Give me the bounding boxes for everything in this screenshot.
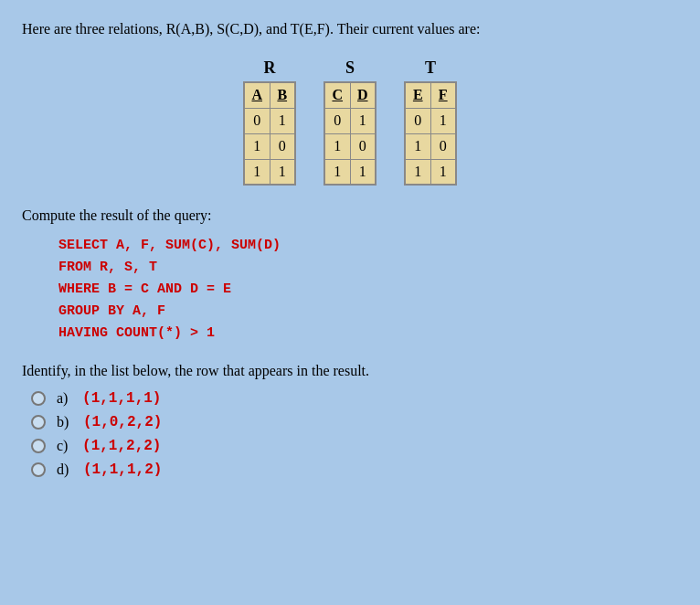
t-row2-f: 0: [430, 133, 456, 159]
sql-line4: GROUP BY A, F: [58, 301, 678, 323]
option-c-value: (1,1,2,2): [73, 438, 161, 454]
r-row3-b: 1: [270, 159, 295, 185]
t-row2-e: 1: [405, 133, 430, 159]
sql-block: SELECT A, F, SUM(C), SUM(D) FROM R, S, T…: [58, 235, 678, 345]
t-row1-e: 0: [405, 108, 430, 133]
radio-a[interactable]: [31, 391, 46, 406]
table-row: 0 1: [405, 108, 456, 133]
identify-text: Identify, in the list below, the row tha…: [22, 363, 678, 379]
table-row: 1 0: [405, 133, 456, 159]
t-col-e: E: [405, 82, 430, 108]
relation-s-label: S: [345, 58, 355, 78]
t-row3-f: 1: [430, 159, 456, 185]
option-d-letter: d): [57, 462, 69, 478]
s-row2-c: 1: [324, 133, 350, 159]
r-col-a: A: [244, 82, 270, 108]
table-row: 1 1: [324, 159, 376, 185]
relations-container: R A B 0 1 1 0 1 1: [22, 58, 678, 186]
relation-r-block: R A B 0 1 1 0 1 1: [243, 58, 296, 186]
table-row: 0 1: [324, 108, 376, 133]
t-row3-e: 1: [405, 159, 430, 185]
list-item: a) (1,1,1,1): [31, 390, 678, 407]
radio-b[interactable]: [31, 415, 46, 430]
compute-text: Compute the result of the query:: [22, 207, 678, 224]
r-col-b: B: [270, 82, 295, 108]
s-row3-c: 1: [324, 159, 350, 185]
table-row: 0 1: [244, 108, 295, 133]
radio-c[interactable]: [31, 439, 46, 453]
relation-r-table: A B 0 1 1 0 1 1: [243, 81, 296, 186]
table-row: 1 1: [244, 159, 295, 185]
s-row1-d: 1: [350, 108, 376, 133]
table-row: 1 1: [405, 159, 456, 185]
relation-t-block: T E F 0 1 1 0 1 1: [404, 58, 457, 186]
option-c-letter: c): [57, 438, 68, 454]
table-row: 1 0: [324, 133, 376, 159]
intro-text: Here are three relations, R(A,B), S(C,D)…: [22, 18, 678, 40]
sql-line2: FROM R, S, T: [58, 257, 678, 279]
table-row: 1 0: [244, 133, 295, 159]
radio-d[interactable]: [31, 462, 46, 477]
s-row3-d: 1: [350, 159, 376, 185]
option-b-letter: b): [57, 414, 69, 430]
r-row2-a: 1: [244, 133, 270, 159]
r-row1-a: 0: [244, 108, 270, 133]
sql-line5: HAVING COUNT(*) > 1: [58, 323, 678, 345]
r-row1-b: 1: [270, 108, 295, 133]
relation-s-block: S C D 0 1 1 0 1 1: [323, 58, 377, 186]
option-b-value: (1,0,2,2): [74, 414, 162, 430]
option-a-value: (1,1,1,1): [73, 390, 161, 407]
relation-r-label: R: [264, 58, 276, 78]
r-row3-a: 1: [244, 159, 270, 185]
s-row2-d: 0: [350, 133, 376, 159]
relation-t-label: T: [425, 58, 436, 78]
t-col-f: F: [430, 82, 456, 108]
options-list: a) (1,1,1,1) b) (1,0,2,2) c) (1,1,2,2) d…: [31, 390, 678, 478]
list-item: c) (1,1,2,2): [31, 438, 678, 454]
option-a-letter: a): [57, 390, 68, 407]
list-item: b) (1,0,2,2): [31, 414, 678, 430]
option-d-value: (1,1,1,2): [74, 462, 162, 478]
s-row1-c: 0: [324, 108, 350, 133]
r-row2-b: 0: [270, 133, 295, 159]
relation-t-table: E F 0 1 1 0 1 1: [404, 81, 457, 186]
list-item: d) (1,1,1,2): [31, 462, 678, 478]
s-col-d: D: [350, 82, 376, 108]
sql-line1: SELECT A, F, SUM(C), SUM(D): [58, 235, 678, 257]
relation-s-table: C D 0 1 1 0 1 1: [323, 81, 377, 186]
sql-line3: WHERE B = C AND D = E: [58, 279, 678, 301]
t-row1-f: 1: [430, 108, 456, 133]
s-col-c: C: [324, 82, 350, 108]
